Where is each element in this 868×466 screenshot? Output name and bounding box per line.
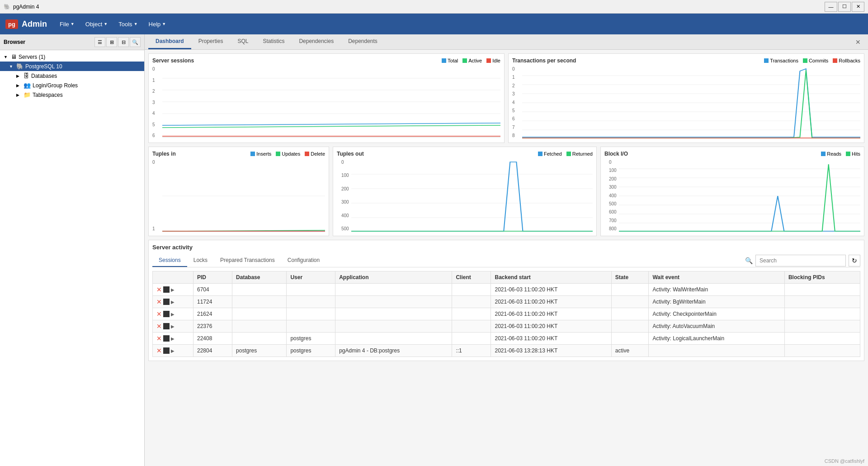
- col-pid: PID: [193, 271, 232, 284]
- activity-tab-locks[interactable]: Locks: [187, 254, 214, 267]
- col-wait-event: Wait event: [649, 271, 784, 284]
- activity-tab-config[interactable]: Configuration: [281, 254, 326, 267]
- terminate-btn[interactable]: ✕: [156, 335, 162, 342]
- stop-btn[interactable]: [163, 335, 170, 342]
- server-sessions-title: Server sessions: [152, 57, 194, 64]
- tree-item-login-roles[interactable]: ▶ 👥 Login/Group Roles: [0, 81, 144, 90]
- tree-item-servers[interactable]: ▼ 🖥 Servers (1): [0, 52, 144, 62]
- terminate-btn[interactable]: ✕: [156, 323, 162, 330]
- activity-table: PID Database User Application Client Bac…: [152, 271, 860, 357]
- state-cell: [611, 296, 649, 308]
- activity-tab-sessions[interactable]: Sessions: [152, 254, 187, 267]
- row-actions-cell: ✕ ▶: [153, 308, 193, 320]
- browser-detail-btn[interactable]: ⊟: [118, 37, 129, 47]
- refresh-button[interactable]: ↻: [849, 255, 860, 266]
- tuples-in-title: Tuples in: [152, 151, 176, 157]
- legend-inserts: Inserts: [250, 151, 271, 157]
- col-client: Client: [452, 271, 491, 284]
- client-cell: [452, 308, 491, 320]
- tabbar: Dashboard Properties SQL Statistics Depe…: [145, 34, 868, 50]
- file-menu[interactable]: File ▼: [54, 19, 80, 29]
- tools-menu[interactable]: Tools ▼: [113, 19, 143, 29]
- server-sessions-svg: [162, 67, 500, 139]
- client-cell: ::1: [452, 345, 491, 357]
- application-cell: [335, 284, 452, 296]
- state-cell: [611, 308, 649, 320]
- application-cell: pgAdmin 4 - DB:postgres: [335, 345, 452, 357]
- legend-inserts-dot: [250, 152, 255, 156]
- expand-btn[interactable]: ▶: [171, 300, 175, 304]
- app-title: pgAdmin 4: [13, 4, 39, 10]
- block-io-svg: [619, 160, 860, 232]
- application-cell: [335, 320, 452, 333]
- pid-cell: 6704: [193, 284, 232, 296]
- terminate-btn[interactable]: ✕: [156, 310, 162, 318]
- browser-header: Browser ☰ ⊞ ⊟ 🔍: [0, 34, 144, 50]
- browser-grid-btn[interactable]: ⊞: [106, 37, 117, 47]
- legend-delete-label: Delete: [311, 151, 325, 157]
- wait-event-cell: [649, 345, 784, 357]
- object-menu[interactable]: Object ▼: [80, 19, 113, 29]
- terminate-btn[interactable]: ✕: [156, 347, 162, 354]
- app-logo: pg Admin: [5, 19, 47, 29]
- search-input[interactable]: [755, 255, 846, 266]
- legend-transactions-label: Transactions: [770, 58, 798, 63]
- tab-dependents[interactable]: Dependents: [341, 34, 385, 49]
- pid-cell: 22376: [193, 320, 232, 333]
- stop-btn[interactable]: [163, 311, 170, 317]
- legend-transactions-dot: [764, 58, 769, 63]
- tab-sql[interactable]: SQL: [230, 34, 255, 49]
- activity-tabs: Sessions Locks Prepared Transactions Con…: [152, 254, 860, 267]
- server-sessions-header: Server sessions Total Active: [152, 57, 500, 64]
- tab-close-btn[interactable]: ✕: [852, 35, 864, 49]
- tab-statistics[interactable]: Statistics: [255, 34, 292, 49]
- expand-btn[interactable]: ▶: [171, 336, 175, 341]
- stop-btn[interactable]: [163, 286, 170, 293]
- minimize-button[interactable]: —: [825, 2, 837, 12]
- tree-item-databases[interactable]: ▶ 🗄 Databases: [0, 71, 144, 81]
- maximize-button[interactable]: ☐: [838, 2, 851, 12]
- menubar: pg Admin File ▼ Object ▼ Tools ▼ Help ▼: [0, 14, 868, 34]
- backend-start-cell: 2021-06-03 11:00:20 HKT: [491, 333, 611, 345]
- user-cell: [287, 284, 335, 296]
- expand-btn[interactable]: ▶: [171, 287, 175, 292]
- tuples-out-chart-area: 500 400 300 200 100 0: [351, 160, 593, 232]
- browser-tree: ▼ 🖥 Servers (1) ▼ 🐘 PostgreSQL 10 ▶ 🗄 Da…: [0, 50, 144, 466]
- activity-tab-prepared-tx[interactable]: Prepared Transactions: [214, 254, 281, 267]
- login-roles-label: Login/Group Roles: [33, 82, 78, 89]
- tree-item-postgresql[interactable]: ▼ 🐘 PostgreSQL 10: [0, 62, 144, 71]
- titlebar-left: 🐘 pgAdmin 4: [4, 4, 39, 10]
- expand-btn[interactable]: ▶: [171, 312, 175, 317]
- pid-cell: 22408: [193, 333, 232, 345]
- expand-btn[interactable]: ▶: [171, 324, 175, 329]
- search-icon: 🔍: [745, 257, 753, 264]
- browser-search-btn[interactable]: 🔍: [130, 37, 141, 47]
- database-cell: [232, 296, 287, 308]
- terminate-btn[interactable]: ✕: [156, 298, 162, 305]
- tab-dashboard[interactable]: Dashboard: [148, 34, 191, 49]
- browser-toolbar: ☰ ⊞ ⊟ 🔍: [94, 37, 141, 47]
- state-cell: [611, 284, 649, 296]
- stop-btn[interactable]: [163, 347, 170, 354]
- table-row: ✕ ▶ 22376 2021-06-03 11: [153, 320, 860, 333]
- stop-btn[interactable]: [163, 299, 170, 305]
- toggle-databases: ▶: [16, 74, 22, 78]
- backend-start-cell: 2021-06-03 11:00:20 HKT: [491, 296, 611, 308]
- browser-list-btn[interactable]: ☰: [94, 37, 105, 47]
- legend-reads-dot: [821, 152, 826, 156]
- activity-search: 🔍 ↻: [745, 255, 860, 266]
- stop-btn[interactable]: [163, 323, 170, 329]
- tab-dependencies[interactable]: Dependencies: [292, 34, 341, 49]
- toggle-postgresql: ▼: [9, 64, 14, 69]
- tree-item-tablespaces[interactable]: ▶ 📁 Tablespaces: [0, 90, 144, 100]
- expand-btn[interactable]: ▶: [171, 348, 175, 353]
- tuples-in-y-labels: 1 0: [152, 160, 155, 232]
- col-state: State: [611, 271, 649, 284]
- close-button[interactable]: ✕: [852, 2, 864, 12]
- activity-title: Server activity: [152, 244, 860, 251]
- help-menu[interactable]: Help ▼: [143, 19, 172, 29]
- tab-properties[interactable]: Properties: [191, 34, 231, 49]
- table-row: ✕ ▶ 6704 2021-06-03 11:: [153, 284, 860, 296]
- terminate-btn[interactable]: ✕: [156, 286, 162, 293]
- backend-start-cell: 2021-06-03 11:00:20 HKT: [491, 320, 611, 333]
